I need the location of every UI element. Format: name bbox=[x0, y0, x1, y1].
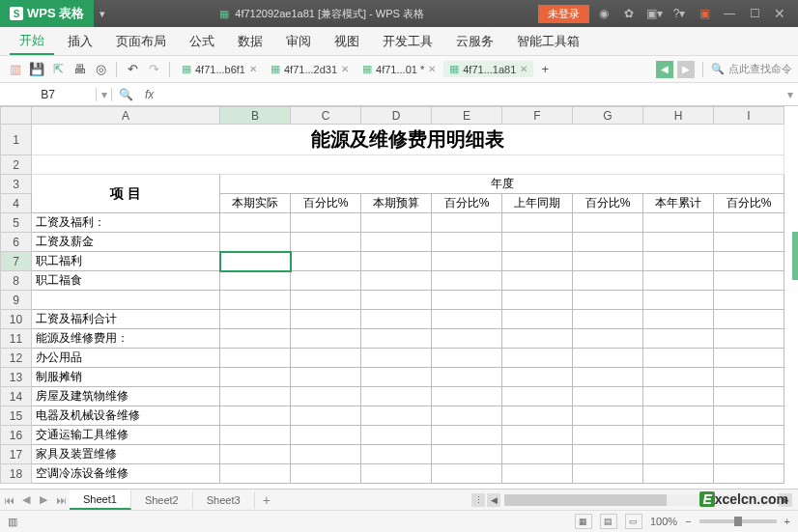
menu-review[interactable]: 审阅 bbox=[276, 29, 321, 54]
row-header[interactable]: 13 bbox=[1, 368, 32, 387]
tab-close-icon[interactable]: ✕ bbox=[428, 64, 436, 74]
tab-close-icon[interactable]: ✕ bbox=[249, 64, 257, 74]
col-label[interactable]: 上年同期 bbox=[502, 194, 573, 213]
help-icon[interactable]: ?▾ bbox=[669, 4, 690, 23]
zoom-thumb[interactable] bbox=[734, 517, 742, 526]
col-header[interactable]: E bbox=[432, 107, 502, 125]
menu-dev[interactable]: 开发工具 bbox=[373, 29, 442, 54]
col-label[interactable]: 百分比% bbox=[432, 194, 502, 213]
login-button[interactable]: 未登录 bbox=[538, 5, 589, 23]
name-box-dropdown-icon[interactable]: ▾ bbox=[97, 88, 112, 101]
print-icon[interactable]: 🖶 bbox=[70, 60, 89, 79]
app-logo[interactable]: S WPS 表格 bbox=[0, 0, 94, 27]
sheet-nav-first-icon[interactable]: ⏮ bbox=[0, 494, 17, 506]
zoom-out-icon[interactable]: − bbox=[685, 516, 691, 527]
col-label[interactable]: 百分比% bbox=[573, 194, 643, 213]
row-header[interactable]: 2 bbox=[1, 155, 32, 175]
selected-cell[interactable] bbox=[220, 252, 291, 271]
row-header[interactable]: 18 bbox=[1, 464, 32, 484]
data-cell[interactable]: 工资及福利： bbox=[32, 213, 220, 233]
fx-label[interactable]: fx bbox=[139, 88, 159, 101]
doc-tab-1[interactable]: ▦4f71...b6f1✕ bbox=[176, 61, 263, 77]
preview-icon[interactable]: ◎ bbox=[91, 60, 110, 79]
title-cell[interactable]: 能源及维修费用明细表 bbox=[32, 125, 784, 155]
menu-page-layout[interactable]: 页面布局 bbox=[106, 29, 176, 54]
tab-nav-right-icon[interactable]: ▶ bbox=[677, 61, 695, 78]
vertical-scrollbar[interactable] bbox=[792, 232, 798, 280]
zoom-slider[interactable] bbox=[699, 519, 777, 523]
row-header[interactable]: 16 bbox=[1, 426, 32, 445]
data-cell[interactable] bbox=[32, 291, 220, 310]
hscroll-thumb[interactable] bbox=[504, 494, 667, 506]
row-header[interactable]: 7 bbox=[1, 252, 32, 271]
col-header[interactable]: H bbox=[643, 107, 714, 125]
col-label[interactable]: 本期实际 bbox=[220, 194, 291, 213]
menu-formula[interactable]: 公式 bbox=[180, 29, 224, 54]
hscroll-split-icon[interactable]: ⋮ bbox=[471, 493, 485, 507]
data-cell[interactable]: 制服摊销 bbox=[32, 368, 220, 387]
minimize-button[interactable]: — bbox=[719, 4, 740, 23]
col-header[interactable]: A bbox=[32, 107, 220, 125]
select-all-corner[interactable] bbox=[1, 107, 32, 125]
close-button[interactable]: ✕ bbox=[769, 4, 790, 23]
fx-search-icon[interactable]: 🔍 bbox=[112, 88, 139, 101]
formula-expand-icon[interactable]: ▾ bbox=[783, 88, 798, 101]
data-cell[interactable]: 职工福食 bbox=[32, 271, 220, 291]
row-header[interactable]: 15 bbox=[1, 406, 32, 426]
col-label[interactable]: 百分比% bbox=[714, 194, 784, 213]
row-header[interactable]: 17 bbox=[1, 445, 32, 464]
row-header-label[interactable]: 项 目 bbox=[32, 175, 220, 213]
doc-map-icon[interactable]: ▥ bbox=[8, 516, 17, 528]
menu-smart[interactable]: 智能工具箱 bbox=[507, 29, 589, 54]
settings-icon[interactable]: ✿ bbox=[618, 4, 640, 23]
zoom-in-icon[interactable]: + bbox=[784, 516, 790, 527]
data-cell[interactable]: 交通运输工具维修 bbox=[32, 426, 220, 445]
data-cell[interactable]: 空调冷冻设备维修 bbox=[32, 464, 220, 484]
row-header[interactable]: 4 bbox=[1, 194, 32, 213]
col-header[interactable]: C bbox=[291, 107, 361, 125]
col-label[interactable]: 百分比% bbox=[291, 194, 361, 213]
sheet-tab[interactable]: Sheet1 bbox=[70, 490, 131, 510]
sheet-nav-next-icon[interactable]: ▶ bbox=[35, 493, 52, 506]
reading-view-icon[interactable]: ▭ bbox=[625, 514, 642, 529]
name-box[interactable]: B7 bbox=[0, 88, 97, 101]
col-header[interactable]: I bbox=[714, 107, 784, 125]
sheet-nav-last-icon[interactable]: ⏭ bbox=[52, 494, 70, 506]
row-header[interactable]: 10 bbox=[1, 310, 32, 329]
col-header[interactable]: D bbox=[361, 107, 432, 125]
sheet-tab[interactable]: Sheet2 bbox=[131, 491, 193, 509]
row-header[interactable]: 9 bbox=[1, 291, 32, 310]
menu-start[interactable]: 开始 bbox=[10, 28, 54, 55]
data-cell[interactable]: 家具及装置维修 bbox=[32, 445, 220, 464]
add-sheet-icon[interactable]: + bbox=[255, 492, 278, 508]
doc-tab-4[interactable]: ▦4f71...1a81✕ bbox=[443, 61, 533, 77]
doc-tab-2[interactable]: ▦4f71...2d31✕ bbox=[265, 61, 355, 77]
sheet-nav-prev-icon[interactable]: ◀ bbox=[17, 493, 35, 506]
sync-icon[interactable]: ◉ bbox=[593, 4, 614, 23]
doc-tab-3[interactable]: ▦4f71...01 *✕ bbox=[356, 61, 442, 77]
command-search[interactable]: 🔍点此查找命令 bbox=[711, 62, 792, 76]
spreadsheet-grid[interactable]: A B C D E F G H I 1能源及维修费用明细表 2 3项 目年度 4… bbox=[0, 106, 798, 489]
hscroll-left-icon[interactable]: ◀ bbox=[487, 493, 500, 507]
skin-icon[interactable]: ▣▾ bbox=[643, 4, 665, 23]
row-header[interactable]: 1 bbox=[1, 125, 32, 155]
row-header[interactable]: 8 bbox=[1, 271, 32, 291]
row-header[interactable]: 11 bbox=[1, 329, 32, 349]
row-header[interactable]: 3 bbox=[1, 175, 32, 194]
col-label[interactable]: 本期预算 bbox=[361, 194, 432, 213]
normal-view-icon[interactable]: ▦ bbox=[575, 514, 592, 529]
tab-nav-left-icon[interactable]: ◀ bbox=[656, 61, 673, 78]
zoom-level[interactable]: 100% bbox=[650, 516, 677, 527]
col-header[interactable]: F bbox=[502, 107, 573, 125]
col-header[interactable]: G bbox=[573, 107, 643, 125]
year-header[interactable]: 年度 bbox=[220, 175, 784, 194]
add-tab-icon[interactable]: + bbox=[535, 60, 555, 79]
data-cell[interactable]: 房屋及建筑物维修 bbox=[32, 387, 220, 406]
menu-insert[interactable]: 插入 bbox=[58, 29, 102, 54]
col-label[interactable]: 本年累计 bbox=[643, 194, 714, 213]
export-icon[interactable]: ⇱ bbox=[48, 60, 68, 79]
data-cell[interactable]: 电器及机械设备维修 bbox=[32, 406, 220, 426]
row-header[interactable]: 5 bbox=[1, 213, 32, 233]
formula-input[interactable] bbox=[159, 87, 783, 101]
data-cell[interactable]: 工资及福利合计 bbox=[32, 310, 220, 329]
